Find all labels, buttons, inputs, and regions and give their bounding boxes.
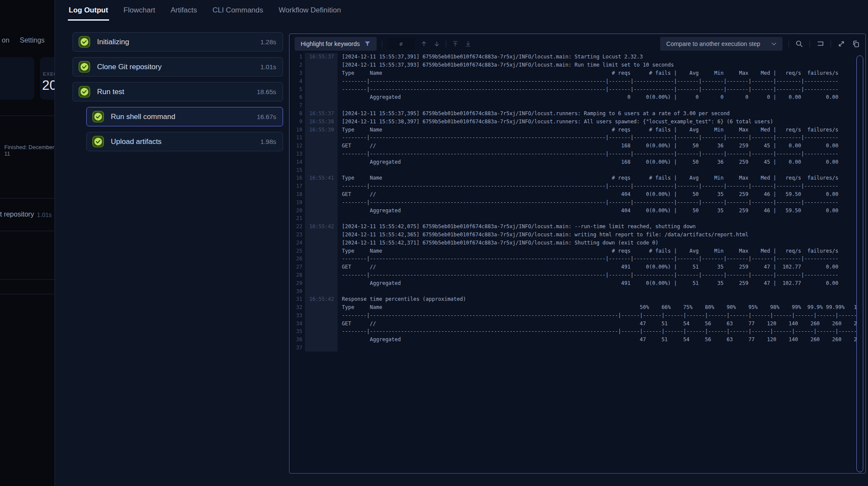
background-divider <box>0 279 55 280</box>
line-number: 30 <box>290 288 305 294</box>
line-text: --------|-------------------------------… <box>338 78 857 84</box>
line-text: --------|-------------------------------… <box>338 134 857 141</box>
toolbar-separator <box>446 40 446 47</box>
expand-icon[interactable] <box>837 40 846 48</box>
line-timestamp <box>305 238 338 247</box>
scroll-to-bottom-icon[interactable] <box>464 40 472 48</box>
line-text: Response time percentiles (approximated) <box>338 296 857 302</box>
line-number: 31 <box>290 296 305 302</box>
line-text: --------|-------------------------------… <box>338 86 857 92</box>
execution-card-value: 20. <box>42 78 55 93</box>
step-list: Initializing1.28sClone Git repository1.0… <box>73 32 283 157</box>
step-duration: 1.01s <box>260 63 276 70</box>
log-line: 816:55:37[2024-12-11 15:55:37,395] 6759b… <box>290 110 857 118</box>
line-text: GET // 47 51 54 56 63 77 120 140 260 260… <box>338 321 857 327</box>
line-timestamp: 16:55:41 <box>305 174 338 182</box>
line-text: Type Name # reqs # fails | Avg Min Max M… <box>338 70 857 76</box>
log-line: 24[2024-12-11 15:55:42,371] 6759b5eb01be… <box>290 238 857 247</box>
scroll-to-top-icon[interactable] <box>451 40 459 48</box>
tab-flowchart[interactable]: Flowchart <box>123 0 156 21</box>
success-check-icon <box>92 136 104 147</box>
log-line: 18GET // 404 0(0.00%) | 50 35 259 46 | 5… <box>290 190 857 199</box>
line-timestamp <box>305 166 338 174</box>
background-step-label: t repository <box>0 211 34 218</box>
log-toolbar: Highlight for keywords ø <box>289 37 865 51</box>
wrap-lines-icon[interactable] <box>816 40 825 48</box>
step-label: Run shell command <box>111 113 257 121</box>
tab-workflow-definition[interactable]: Workflow Definition <box>278 0 342 21</box>
log-panel: Highlight for keywords ø <box>289 34 866 474</box>
line-text: [2024-12-11 15:55:42,075] 6759b5eb01be01… <box>338 223 857 229</box>
log-line: 26--------|-----------------------------… <box>290 255 857 263</box>
line-number: 35 <box>290 328 305 334</box>
line-timestamp: 16:55:39 <box>305 125 338 134</box>
search-icon[interactable] <box>795 40 804 48</box>
line-timestamp <box>305 93 338 101</box>
log-line: 3Type Name # reqs # fails | Avg Min Max … <box>290 69 857 77</box>
line-number: 16 <box>290 175 305 181</box>
line-number: 26 <box>290 256 305 262</box>
log-line: 25Type Name # reqs # fails | Avg Min Max… <box>290 247 857 255</box>
toolbar-separator <box>789 40 789 47</box>
step-item-initializing[interactable]: Initializing1.28s <box>73 32 283 52</box>
log-output: 116:55:37[2024-12-11 15:55:37,391] 6759b… <box>290 53 857 471</box>
line-number: 2 <box>290 62 305 68</box>
filter-icon <box>364 41 371 47</box>
compare-step-dropdown[interactable]: Compare to another execution step <box>660 37 783 51</box>
line-number: 25 <box>290 248 305 254</box>
line-timestamp <box>305 85 338 93</box>
tab-cli-commands[interactable]: CLI Commands <box>212 0 264 21</box>
step-label: Run test <box>97 88 257 96</box>
previous-match-icon[interactable] <box>420 40 428 48</box>
chevron-down-icon <box>771 42 777 46</box>
step-item-upload-artifacts[interactable]: Upload artifacts1.98s <box>86 132 283 151</box>
vertical-scrollbar[interactable] <box>856 55 863 472</box>
background-page: on Settings EXEC 20. Finished: December … <box>0 0 55 486</box>
log-line: 34GET // 47 51 54 56 63 77 120 140 260 2… <box>290 319 857 327</box>
line-timestamp <box>305 182 338 190</box>
log-line: 27GET // 491 0(0.00%) | 51 35 259 47 | 1… <box>290 263 857 271</box>
log-line: 1616:55:41Type Name # reqs # fails | Avg… <box>290 174 857 182</box>
highlight-keywords-button[interactable]: Highlight for keywords <box>295 37 377 51</box>
line-text: --------|-------------------------------… <box>338 183 857 189</box>
line-timestamp <box>305 271 338 279</box>
step-item-clone-git-repository[interactable]: Clone Git repository1.01s <box>73 57 283 76</box>
background-nav-item-partial: on <box>2 37 9 44</box>
line-number: 21 <box>290 215 305 221</box>
line-timestamp <box>305 61 338 69</box>
step-duration: 16.67s <box>257 113 276 120</box>
line-text: GET // 491 0(0.00%) | 51 35 259 47 | 102… <box>338 264 857 270</box>
log-line: 29 Aggregated 491 0(0.00%) | 51 35 259 4… <box>290 279 857 287</box>
tab-artifacts[interactable]: Artifacts <box>170 0 198 21</box>
next-match-icon[interactable] <box>433 40 441 48</box>
line-text: Aggregated 0 0(0.00%) | 0 0 0 0 | 0.00 0… <box>338 94 857 100</box>
copy-icon[interactable] <box>852 40 860 48</box>
log-line: 13--------|-----------------------------… <box>290 150 857 158</box>
line-timestamp <box>305 312 338 320</box>
log-line: 21 <box>290 214 857 223</box>
tab-log-output[interactable]: Log Output <box>68 0 109 21</box>
step-item-run-test[interactable]: Run test18.65s <box>73 82 283 101</box>
line-number: 12 <box>290 143 305 149</box>
success-check-icon <box>79 86 90 98</box>
step-item-run-shell-command[interactable]: Run shell command16.67s <box>86 107 283 126</box>
log-line: 37 <box>290 344 857 352</box>
step-label: Clone Git repository <box>97 63 260 71</box>
line-timestamp <box>305 287 338 295</box>
compare-step-dropdown-label: Compare to another execution step <box>666 40 760 47</box>
line-text: --------|-------------------------------… <box>338 312 857 318</box>
line-timestamp <box>305 190 338 199</box>
log-line: 1016:55:39Type Name # reqs # fails | Avg… <box>290 125 857 134</box>
match-counter: ø <box>387 38 415 49</box>
line-number: 13 <box>290 151 305 157</box>
line-timestamp: 16:55:37 <box>305 110 338 118</box>
log-line: 11--------|-----------------------------… <box>290 134 857 142</box>
line-timestamp <box>305 206 338 214</box>
line-text: --------|-------------------------------… <box>338 256 857 262</box>
log-line: 17--------|-----------------------------… <box>290 182 857 190</box>
line-timestamp <box>305 214 338 223</box>
background-divider <box>0 116 55 116</box>
line-number: 20 <box>290 208 305 214</box>
toolbar-separator <box>831 40 831 47</box>
background-finished-text: Finished: December 11 <box>4 144 55 157</box>
